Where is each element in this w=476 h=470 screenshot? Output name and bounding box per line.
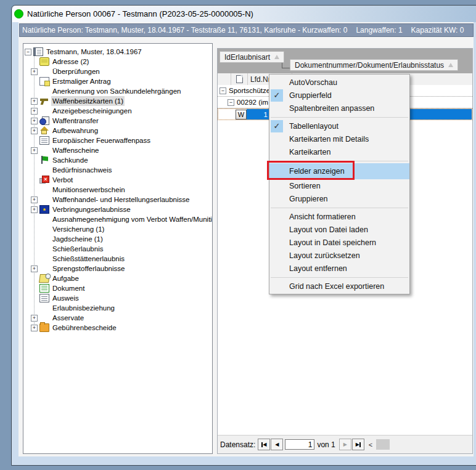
expand-icon[interactable]: + xyxy=(31,108,38,115)
lfdnr-cell: 1 xyxy=(247,111,269,118)
menu-item-label: Grid nach Excel exportieren xyxy=(289,282,384,291)
expand-icon[interactable]: + xyxy=(31,315,38,322)
menu-item[interactable]: Felder anzeigen xyxy=(269,163,409,179)
tree-item[interactable]: +Verbringungserlaubnisse xyxy=(23,205,212,214)
previous-record-button[interactable]: ◀ xyxy=(271,439,283,450)
tree-item[interactable]: Dokument xyxy=(23,283,212,293)
group-row-label: 00292 (im xyxy=(237,99,268,106)
tree-item[interactable]: Sachkunde xyxy=(23,155,212,165)
menu-item[interactable]: ✓Tabellenlayout xyxy=(269,120,409,132)
menu-item[interactable]: Spaltenbreiten anpassen xyxy=(269,102,409,115)
collapse-icon[interactable]: − xyxy=(25,49,31,55)
menu-item[interactable]: AutoVorschau xyxy=(269,76,409,89)
expand-icon[interactable]: + xyxy=(31,206,38,213)
record-position-input[interactable]: 1 xyxy=(285,439,314,450)
first-record-button[interactable]: ◀ xyxy=(258,439,270,450)
person-info-bar: Natürliche Person: Testmann, Muster, 18.… xyxy=(19,23,474,37)
header-row-indicator-cell[interactable] xyxy=(231,73,248,85)
menu-separator xyxy=(271,208,408,208)
tree-item[interactable]: +Asservate xyxy=(23,313,212,323)
collapse-icon[interactable]: − xyxy=(220,87,226,94)
tree-item-label: Jagdscheine (1) xyxy=(51,234,104,244)
menu-item[interactable]: Layout entfernen xyxy=(269,262,409,275)
hscroll-thumb[interactable] xyxy=(376,439,390,450)
tree-item[interactable]: Europäischer Feuerwaffenpass xyxy=(23,136,212,145)
menu-item[interactable]: Sortieren xyxy=(269,179,409,192)
tree-item[interactable]: +Waffenhandel- und Herstellungserlaubnis… xyxy=(23,195,212,205)
tree-item-label: Dokument xyxy=(51,283,86,293)
menu-separator xyxy=(271,161,408,161)
expand-icon[interactable]: + xyxy=(31,98,38,105)
menu-item[interactable]: Karteikarten mit Details xyxy=(269,132,409,145)
expand-icon[interactable]: + xyxy=(31,118,38,124)
window-title: Natürliche Person 00067 - Testmann (P202… xyxy=(27,9,253,18)
last-record-button[interactable]: ▶ xyxy=(352,439,364,450)
folder-icon xyxy=(39,323,49,332)
house-icon xyxy=(39,126,49,135)
grid-context-menu: AutoVorschau✓GruppierfeldSpaltenbreiten … xyxy=(269,74,410,294)
tree-item-label: Überprüfungen xyxy=(51,67,101,76)
expand-icon[interactable]: + xyxy=(31,68,38,75)
tree-item-label: Anzeigebescheinigungen xyxy=(51,106,133,116)
menu-item[interactable]: Layout von Datei laden xyxy=(269,223,409,236)
menu-item[interactable]: Grid nach Excel exportieren xyxy=(269,280,409,293)
menu-item[interactable]: Gruppieren xyxy=(269,192,409,205)
menu-item-label: Layout zurücksetzen xyxy=(289,251,360,260)
expand-icon[interactable]: + xyxy=(31,325,38,331)
tree-item[interactable]: Schießerlaubnis xyxy=(23,244,212,254)
checkmark-icon: ✓ xyxy=(271,120,283,132)
tree-item-label: Erstmaliger Antrag xyxy=(51,76,112,86)
tree-item[interactable]: Verbot xyxy=(23,175,212,185)
menu-item[interactable]: ✓Gruppierfeld xyxy=(269,89,409,102)
tree-item-label: Sprengstofferlaubnisse xyxy=(51,264,126,273)
menu-separator xyxy=(271,117,408,118)
info-bar-segment: Langwaffen: 1 xyxy=(356,26,402,34)
tree-item[interactable]: +Sprengstofferlaubnisse xyxy=(23,264,212,273)
tree-item[interactable]: Versicherung (1) xyxy=(23,224,212,234)
expand-icon[interactable]: + xyxy=(31,197,38,203)
tree-item[interactable]: Ausnahmegenehmigung vom Verbot Waffen/Mu… xyxy=(23,214,212,224)
tree-item[interactable]: Ausweis xyxy=(23,293,212,303)
group-field-dokumentnummer[interactable]: Dokumentnummer/Dokument/Erlaubnisstatus xyxy=(290,59,458,71)
expand-icon[interactable]: + xyxy=(31,265,38,272)
tree-item[interactable]: Erlaubnisbeziehung xyxy=(23,303,212,313)
navigation-tree: −Testmann, Muster, 18.04.1967Adresse (2)… xyxy=(23,43,213,454)
tree-item[interactable]: +Anzeigebescheinigungen xyxy=(23,106,212,116)
record-navigator-label: Datensatz: xyxy=(220,440,255,449)
tree-item[interactable]: Bedürfnisnachweis xyxy=(23,165,212,175)
tree-item[interactable]: Anerkennung von Sachkundelehrgängen xyxy=(23,86,212,96)
menu-item[interactable]: Ansicht formatieren xyxy=(269,210,409,223)
tree-item[interactable]: Jagdscheine (1) xyxy=(23,234,212,244)
tree-item[interactable]: +Überprüfungen xyxy=(23,67,212,76)
tree-item[interactable]: Aufgabe xyxy=(23,273,212,283)
new-document-icon xyxy=(236,75,243,83)
menu-item[interactable]: Layout in Datei speichern xyxy=(269,236,409,249)
menu-item[interactable]: Layout zurücksetzen xyxy=(269,249,409,262)
group-by-panel: IdErlaubnisart Dokumentnummer/Dokument/E… xyxy=(218,49,472,73)
tree-item-label: Waffentransfer xyxy=(51,116,100,126)
tree-item[interactable]: Munitionserwerbschein xyxy=(23,185,212,195)
ban-icon xyxy=(39,176,49,184)
tree-item[interactable]: +Waffentransfer xyxy=(23,116,212,126)
transfer-icon xyxy=(39,116,49,125)
tree-item[interactable]: +Gebührenbescheide xyxy=(23,323,212,333)
record-count-label: von 1 xyxy=(317,440,335,449)
tree-item[interactable]: Adresse (2) xyxy=(23,57,212,67)
collapse-icon[interactable]: − xyxy=(228,99,234,106)
tree-item[interactable]: +Aufbewahrung xyxy=(23,126,212,136)
tree-item[interactable]: +Waffenscheine xyxy=(23,145,212,155)
row-indicator-w: W xyxy=(236,110,247,120)
next-record-button[interactable]: ▶ xyxy=(339,439,351,450)
eu-flag-icon xyxy=(39,205,49,214)
tree-item[interactable]: −Testmann, Muster, 18.04.1967 xyxy=(23,47,212,57)
tree-item[interactable]: +Waffenbesitzkarten (1) xyxy=(23,96,212,106)
info-bar-segment: Kapazität KW: 0 xyxy=(411,26,464,34)
hscroll-left-arrow[interactable]: < xyxy=(369,441,372,448)
group-field-label: IdErlaubnisart xyxy=(224,53,270,62)
tree-item[interactable]: Schießstättenerlaubnis xyxy=(23,254,212,264)
group-field-iderlaubnisart[interactable]: IdErlaubnisart xyxy=(220,51,284,63)
menu-item[interactable]: Karteikarten xyxy=(269,145,409,158)
expand-icon[interactable]: + xyxy=(31,128,38,134)
expand-icon[interactable]: + xyxy=(31,147,38,154)
tree-item[interactable]: Erstmaliger Antrag xyxy=(23,76,212,86)
